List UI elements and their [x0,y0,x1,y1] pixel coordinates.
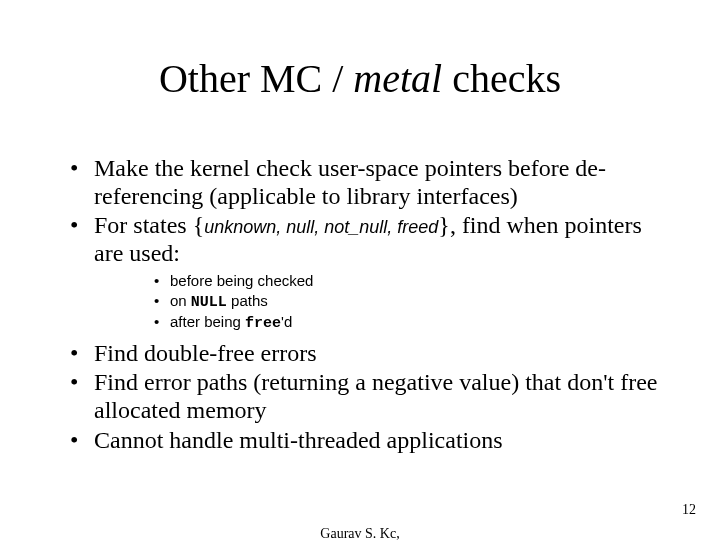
sub-text-pre: on [170,292,191,309]
bullet-item: Make the kernel check user-space pointer… [70,155,670,210]
sub-text-post: 'd [281,313,292,330]
sub-bullet-item: before being checked [154,271,670,291]
bullet-item: Cannot handle multi-threaded application… [70,427,670,455]
bullet-item: For states {unknown, null, not_null, fre… [70,212,670,334]
sub-text-pre: after being [170,313,245,330]
slide-title: Other MC / metal checks [0,55,720,102]
bullet-list: Make the kernel check user-space pointer… [70,155,670,454]
states-list: unknown, null, not_null, freed [204,217,438,237]
sub-bullet-list: before being checked on NULL paths after… [94,271,670,334]
sub-bullet-item: on NULL paths [154,291,670,313]
sub-bullet-text: before being checked [170,272,313,289]
bullet-text: Make the kernel check user-space pointer… [94,155,606,209]
code-null: NULL [191,294,227,311]
bullet-text: Find double-free errors [94,340,317,366]
footer-center: Gaurav S. Kc, http://www.cs.columbia.edu… [0,526,720,540]
title-italic: metal [353,56,442,101]
bullet-text-pre: For states { [94,212,204,238]
bullet-text: Find error paths (returning a negative v… [94,369,657,423]
footer-author: Gaurav S. Kc, [320,526,399,540]
title-pre: Other MC / [159,56,353,101]
code-free: free [245,315,281,332]
title-post: checks [442,56,561,101]
slide: Other MC / metal checks Make the kernel … [0,0,720,540]
bullet-item: Find double-free errors [70,340,670,368]
slide-body: Make the kernel check user-space pointer… [70,155,670,456]
page-number: 12 [682,502,696,518]
sub-bullet-item: after being free'd [154,312,670,334]
bullet-text: Cannot handle multi-threaded application… [94,427,503,453]
sub-text-post: paths [227,292,268,309]
bullet-item: Find error paths (returning a negative v… [70,369,670,424]
